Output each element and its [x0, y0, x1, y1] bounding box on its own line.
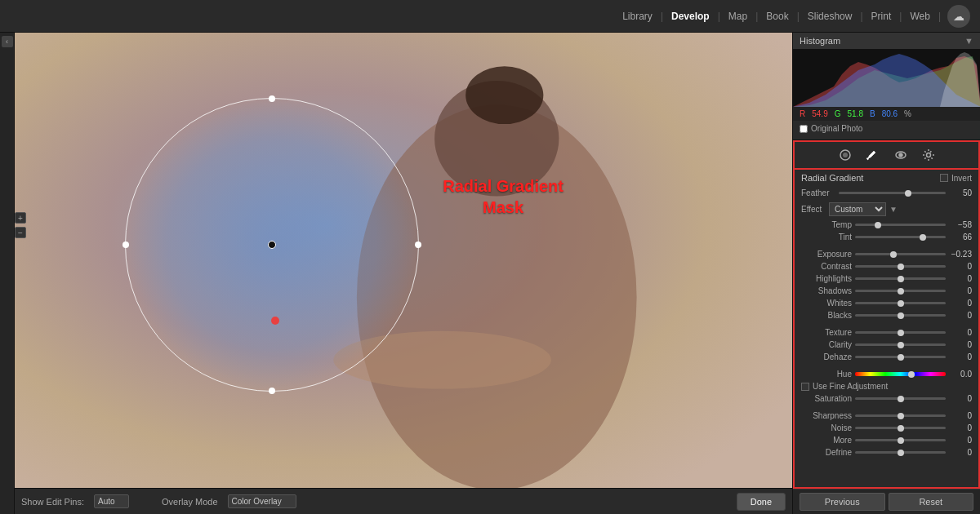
feather-slider[interactable] [839, 192, 946, 194]
handle-center[interactable] [268, 241, 276, 249]
exposure-slider[interactable] [855, 253, 946, 255]
whites-value: 0 [949, 299, 972, 308]
highlights-slider[interactable] [855, 277, 946, 280]
texture-value: 0 [949, 328, 972, 337]
settings-tool-icon[interactable] [920, 147, 937, 163]
hist-b-val: 80.6 [882, 109, 898, 118]
contrast-label: Contrast [801, 262, 852, 271]
histogram-canvas [793, 50, 980, 107]
hist-g-label: G [835, 109, 841, 118]
dehaze-value: 0 [949, 352, 972, 361]
clarity-value: 0 [949, 340, 972, 349]
show-edit-pins-label: Show Edit Pins: [21, 497, 84, 507]
effect-row: Effect Custom ▼ [795, 200, 978, 219]
shadows-value: 0 [949, 286, 972, 295]
brush-tool-icon[interactable] [865, 147, 881, 163]
handle-top[interactable] [269, 95, 275, 102]
more-row: More 0 [795, 434, 978, 446]
more-slider[interactable] [855, 439, 946, 441]
clarity-slider[interactable] [855, 343, 946, 346]
handle-red[interactable] [271, 317, 279, 325]
histogram-section: Histogram ▼ R [793, 33, 980, 140]
temp-row: Temp −58 [795, 219, 978, 231]
cloud-icon[interactable]: ☁ [947, 5, 970, 28]
tool-icons-row [793, 140, 980, 170]
whites-slider[interactable] [855, 302, 946, 304]
handle-left[interactable] [122, 241, 129, 248]
saturation-slider[interactable] [855, 397, 946, 400]
texture-slider[interactable] [855, 331, 946, 334]
handle-bottom[interactable] [269, 388, 275, 394]
temp-label: Temp [801, 220, 852, 229]
show-edit-pins-select[interactable]: Auto [94, 494, 129, 508]
effect-select[interactable]: Custom [829, 202, 886, 216]
sharpness-slider[interactable] [855, 414, 946, 417]
main-layout: ‹ [0, 33, 980, 514]
whites-row: Whites 0 [795, 297, 978, 309]
contrast-slider[interactable] [855, 265, 946, 268]
rg-label: Radial Gradient Mask [443, 175, 564, 218]
original-photo-checkbox[interactable] [800, 125, 808, 133]
more-label: More [801, 436, 852, 445]
blacks-slider[interactable] [855, 314, 946, 317]
histogram-header: Histogram ▼ [793, 33, 980, 50]
sharpness-row: Sharpness 0 [795, 410, 978, 422]
dehaze-label: Dehaze [801, 352, 852, 361]
invert-label: Invert [951, 174, 972, 183]
overlay-mode-select[interactable]: Color Overlay [228, 494, 296, 508]
nav-library[interactable]: Library [614, 0, 661, 33]
mask-title: Radial Gradient [801, 173, 863, 183]
effect-label: Effect [801, 205, 826, 214]
highlights-label: Highlights [801, 274, 852, 283]
nav-print[interactable]: Print [863, 0, 900, 33]
eye-tool-icon[interactable] [893, 147, 909, 163]
highlights-value: 0 [949, 274, 972, 283]
invert-checkbox[interactable] [940, 174, 948, 182]
done-button[interactable]: Done [737, 493, 786, 511]
hist-r-label: R [800, 109, 805, 118]
nav-sep-7: | [938, 11, 941, 22]
svg-point-10 [926, 153, 930, 157]
temp-slider[interactable] [855, 224, 946, 226]
defrine-slider[interactable] [855, 451, 946, 454]
texture-label: Texture [801, 328, 852, 337]
whites-label: Whites [801, 299, 852, 308]
overlay-mode-label: Overlay Mode [162, 497, 217, 507]
nav-map[interactable]: Map [720, 0, 755, 33]
hue-slider[interactable] [855, 372, 946, 376]
hue-row: Hue 0.0 [795, 368, 978, 380]
noise-slider[interactable] [855, 427, 946, 429]
mask-tool-icon[interactable] [837, 147, 853, 163]
circle-mask [125, 98, 419, 392]
hist-b-label: B [870, 109, 875, 118]
mask-panel: Radial Gradient Invert Feather 50 Effect… [793, 170, 980, 489]
noise-value: 0 [949, 423, 972, 432]
add-sub-btns: + − [15, 212, 26, 238]
handle-right[interactable] [415, 241, 421, 248]
reset-button[interactable]: Reset [889, 493, 974, 511]
blacks-value: 0 [949, 311, 972, 320]
nav-web[interactable]: Web [902, 0, 938, 33]
expand-left-btn[interactable]: ‹ [2, 36, 13, 47]
fine-adj-checkbox[interactable] [801, 383, 809, 391]
feather-value: 50 [949, 188, 972, 197]
previous-button[interactable]: Previous [800, 493, 885, 511]
tint-slider[interactable] [855, 236, 946, 238]
dehaze-slider[interactable] [855, 356, 946, 358]
nav-book[interactable]: Book [758, 0, 796, 33]
exposure-label: Exposure [801, 250, 852, 259]
original-photo-row: Original Photo [793, 121, 980, 136]
tint-value: 66 [949, 233, 972, 241]
shadows-slider[interactable] [855, 290, 946, 292]
effect-arrow: ▼ [889, 205, 898, 214]
feather-row: Feather 50 [795, 186, 978, 200]
histogram-menu-icon[interactable]: ▼ [964, 36, 973, 46]
add-btn[interactable]: + [15, 212, 26, 224]
canvas-area: Radial Gradient Mask + − Show Edit Pins:… [15, 33, 792, 514]
noise-label: Noise [801, 423, 852, 432]
nav-develop[interactable]: Develop [663, 0, 718, 33]
nav-slideshow[interactable]: Slideshow [800, 0, 861, 33]
defrine-value: 0 [949, 448, 972, 457]
fine-adj-label: Use Fine Adjustment [813, 382, 888, 391]
sub-btn[interactable]: − [15, 227, 26, 238]
